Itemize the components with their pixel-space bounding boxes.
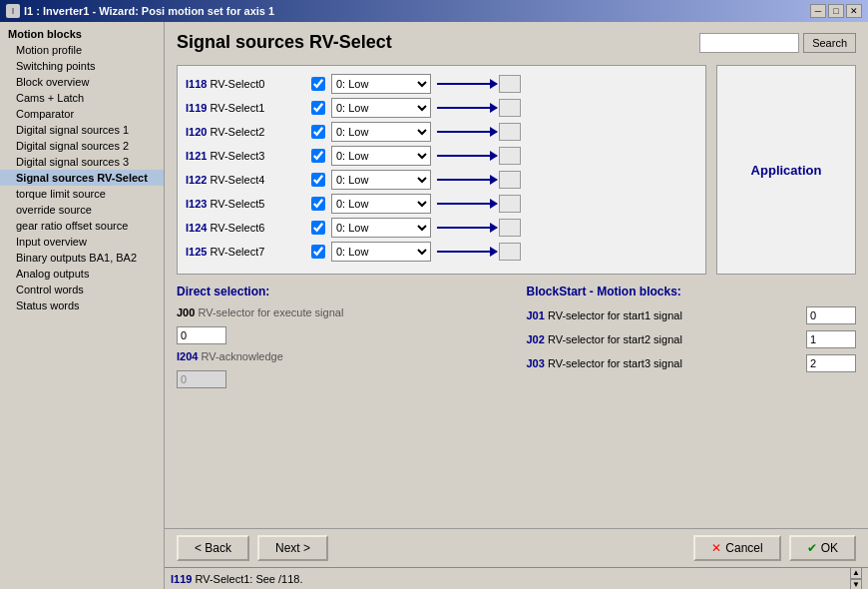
bs-input-j03[interactable]: [806, 354, 856, 372]
i204-input: [177, 370, 226, 388]
rv-select-i125[interactable]: 0: Low: [331, 242, 431, 262]
sidebar-item-gear-ratio[interactable]: gear ratio offset source: [0, 218, 164, 234]
bs-row-j02: J02 RV-selector for start2 signal: [527, 330, 857, 348]
rv-label-i124: I124 RV-Select6: [186, 222, 305, 234]
rv-checkbox-i121[interactable]: [311, 149, 325, 163]
bs-row-j03: J03 RV-selector for start3 signal: [527, 354, 857, 372]
minimize-button[interactable]: ─: [810, 4, 826, 18]
arrow-line: [437, 227, 497, 229]
rv-checkbox-i122[interactable]: [311, 173, 325, 187]
bs-label-j01: J01 RV-selector for start1 signal: [527, 309, 801, 321]
rv-row-i120: I120 RV-Select20: Low: [186, 122, 697, 142]
rv-arrow-i125: [437, 243, 697, 261]
status-param: I119: [171, 573, 192, 585]
rv-select-i118[interactable]: 0: Low: [331, 74, 431, 94]
rv-label-i121: I121 RV-Select3: [186, 150, 305, 162]
bs-param-j01: J01: [527, 309, 545, 321]
rv-row-i119: I119 RV-Select10: Low: [186, 98, 697, 118]
arrow-line: [437, 83, 497, 85]
rv-label-i119: I119 RV-Select1: [186, 102, 305, 114]
sidebar-item-digital-sources-1[interactable]: Digital signal sources 1: [0, 122, 164, 138]
rv-checkbox-i123[interactable]: [311, 197, 325, 211]
sidebar-item-motion-profile[interactable]: Motion profile: [0, 42, 164, 58]
sidebar-item-motion-blocks[interactable]: Motion blocks: [0, 26, 164, 42]
arrow-end: [499, 147, 521, 165]
sidebar-item-analog-outputs[interactable]: Analog outputs: [0, 266, 164, 282]
direct-selection-section: Direct selection: J00 RV-selector for ex…: [177, 285, 507, 394]
rv-row-i124: I124 RV-Select60: Low: [186, 218, 697, 238]
rv-param-i123: I123: [186, 198, 207, 210]
sidebar-item-cams-latch[interactable]: Cams + Latch: [0, 90, 164, 106]
rv-select-i122[interactable]: 0: Low: [331, 170, 431, 190]
rv-checkbox-i120[interactable]: [311, 125, 325, 139]
rv-label-i122: I122 RV-Select4: [186, 174, 305, 186]
rv-select-i119[interactable]: 0: Low: [331, 98, 431, 118]
sidebar-item-input-overview[interactable]: Input overview: [0, 234, 164, 250]
search-button[interactable]: Search: [803, 33, 856, 53]
next-button[interactable]: Next >: [257, 535, 328, 561]
rv-row-i125: I125 RV-Select70: Low: [186, 242, 697, 262]
rv-row-i121: I121 RV-Select30: Low: [186, 146, 697, 166]
arrow-line: [437, 131, 497, 133]
j00-input[interactable]: [177, 326, 226, 344]
rv-label-i123: I123 RV-Select5: [186, 198, 305, 210]
ok-label: OK: [821, 541, 838, 555]
rv-checkbox-i125[interactable]: [311, 245, 325, 259]
status-bar: I119 RV-Select1: See /118. ▲ ▼: [165, 567, 868, 589]
rv-param-i122: I122: [186, 174, 207, 186]
status-text: I119 RV-Select1: See /118.: [171, 573, 303, 585]
application-box: Application: [716, 65, 856, 275]
rv-param-i119: I119: [186, 102, 207, 114]
rv-arrow-i123: [437, 195, 697, 213]
sidebar-item-status-words[interactable]: Status words: [0, 297, 164, 313]
rv-checkbox-i124[interactable]: [311, 221, 325, 235]
arrow-end: [499, 243, 521, 261]
sidebar-item-control-words[interactable]: Control words: [0, 282, 164, 297]
sidebar-item-torque-limit[interactable]: torque limit source: [0, 186, 164, 202]
ok-button[interactable]: ✔ OK: [789, 535, 856, 561]
sidebar-item-signal-sources-rv[interactable]: Signal sources RV-Select: [0, 170, 164, 186]
app-icon: I: [6, 4, 20, 18]
sidebar-item-comparator[interactable]: Comparator: [0, 106, 164, 122]
ok-icon: ✔: [807, 541, 817, 555]
rv-param-i125: I125: [186, 246, 207, 258]
i204-desc: RV-acknowledge: [201, 350, 282, 362]
rv-select-i121[interactable]: 0: Low: [331, 146, 431, 166]
bs-input-j01[interactable]: [806, 306, 856, 324]
rv-param-i120: I120: [186, 126, 207, 138]
search-input[interactable]: [699, 33, 799, 53]
rv-param-i121: I121: [186, 150, 207, 162]
rv-checkbox-i118[interactable]: [311, 77, 325, 91]
page-title: Signal sources RV-Select: [177, 32, 392, 53]
rv-select-i123[interactable]: 0: Low: [331, 194, 431, 214]
rv-arrow-i122: [437, 171, 697, 189]
j00-label: J00 RV-selector for execute signal: [177, 306, 343, 318]
arrow-end: [499, 123, 521, 141]
rv-checkbox-i119[interactable]: [311, 101, 325, 115]
cancel-button[interactable]: ✕ Cancel: [693, 535, 780, 561]
scroll-up-button[interactable]: ▲: [850, 567, 862, 579]
arrow-line: [437, 179, 497, 181]
close-button[interactable]: ✕: [846, 4, 862, 18]
sidebar-item-binary-outputs[interactable]: Binary outputs BA1, BA2: [0, 250, 164, 266]
bs-param-j03: J03: [527, 357, 545, 369]
back-button[interactable]: < Back: [177, 535, 249, 561]
sidebar-item-switching-points[interactable]: Switching points: [0, 58, 164, 74]
blockstart-section: BlockStart - Motion blocks: J01 RV-selec…: [527, 285, 857, 394]
rv-select-i120[interactable]: 0: Low: [331, 122, 431, 142]
rv-arrow-i124: [437, 219, 697, 237]
sidebar-item-digital-sources-3[interactable]: Digital signal sources 3: [0, 154, 164, 170]
j00-param: J00: [177, 306, 195, 318]
sidebar-item-block-overview[interactable]: Block overview: [0, 74, 164, 90]
bs-label-j02: J02 RV-selector for start2 signal: [527, 333, 801, 345]
sidebar-item-override-source[interactable]: override source: [0, 202, 164, 218]
bs-row-j01: J01 RV-selector for start1 signal: [527, 306, 857, 324]
i204-param: I204: [177, 350, 198, 362]
sidebar-item-digital-sources-2[interactable]: Digital signal sources 2: [0, 138, 164, 154]
scroll-down-button[interactable]: ▼: [850, 579, 862, 590]
bs-input-j02[interactable]: [806, 330, 856, 348]
arrow-end: [499, 171, 521, 189]
arrow-line: [437, 203, 497, 205]
maximize-button[interactable]: □: [828, 4, 844, 18]
rv-select-i124[interactable]: 0: Low: [331, 218, 431, 238]
